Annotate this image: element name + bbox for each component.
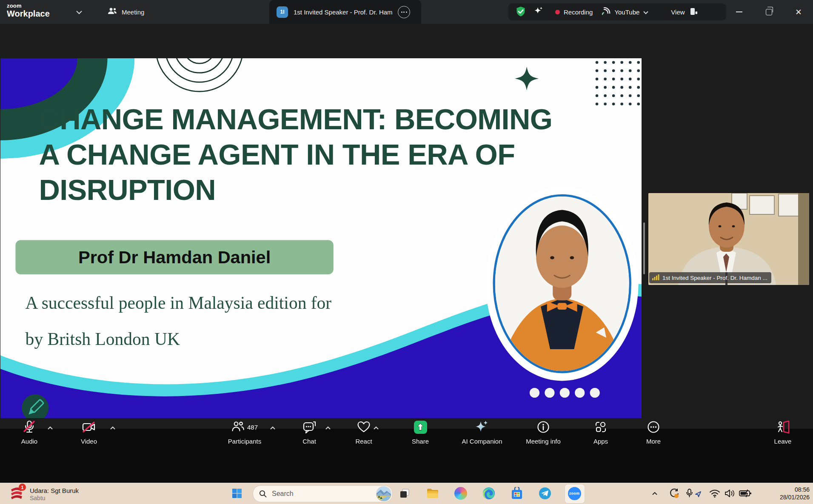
subtitle-line2: by Britsh London UK — [26, 321, 332, 357]
connection-bars-icon — [652, 274, 659, 282]
logo-workplace: Workplace — [7, 9, 50, 18]
slide-title: CHANGE MANAGEMENT: BECOMING A CHANGE AGE… — [39, 102, 552, 208]
microsoft-store-button[interactable] — [510, 486, 524, 501]
recording-label: Recording — [564, 9, 593, 16]
react-label: React — [355, 438, 372, 445]
zoom-app-button[interactable]: zoom — [567, 486, 582, 501]
microphone-muted-icon — [23, 420, 36, 434]
leave-label: Leave — [774, 438, 792, 445]
search-icon — [259, 490, 267, 498]
minimize-button[interactable] — [727, 0, 751, 24]
file-explorer-button[interactable] — [425, 486, 440, 501]
people-icon — [107, 7, 117, 17]
youtube-stream-label[interactable]: YouTube — [614, 9, 639, 16]
youtube-chevron-down-icon[interactable] — [643, 9, 649, 16]
react-options-chevron-icon[interactable] — [372, 424, 380, 431]
slide-title-line1: CHANGE MANAGEMENT: BECOMING — [39, 102, 552, 137]
notification-app-icon: 1 — [9, 485, 25, 503]
audio-button[interactable]: Audio — [4, 420, 55, 445]
participants-label: Participants — [228, 438, 261, 445]
taskbar-clock[interactable]: 08:56 28/01/2026 — [780, 486, 810, 501]
meeting-info-button[interactable]: Meeting info — [513, 420, 573, 445]
view-layout-icon[interactable] — [689, 7, 698, 17]
apps-button[interactable]: Apps — [575, 420, 626, 445]
notification-subtitle: Sabtu — [30, 495, 79, 501]
share-label: Share — [412, 438, 429, 445]
meeting-toolbar: Audio Video 487 Participants Chat — [0, 414, 813, 459]
audio-options-chevron-icon[interactable] — [46, 424, 54, 431]
participants-options-chevron-icon[interactable] — [268, 424, 277, 431]
tray-volume-icon[interactable] — [722, 486, 737, 501]
tray-mic-location-icon[interactable] — [684, 486, 703, 501]
tab-more-icon[interactable] — [398, 6, 410, 18]
share-button[interactable]: Share — [395, 420, 446, 445]
slide-subtitle: A successful people in Malaysia edition … — [26, 285, 332, 357]
notification-badge: 1 — [19, 484, 26, 491]
restore-button[interactable] — [756, 0, 781, 24]
tray-wifi-icon[interactable] — [707, 486, 722, 501]
speaker-name-badge: Prof Dr Hamdan Daniel — [15, 240, 333, 274]
workspace-chevron-down-icon[interactable] — [76, 9, 83, 16]
participants-button[interactable]: 487 Participants — [213, 420, 277, 445]
taskbar-search[interactable] — [253, 485, 393, 502]
heart-icon — [357, 420, 371, 434]
react-button[interactable]: React — [338, 420, 389, 445]
more-ellipsis-icon — [647, 420, 660, 434]
taskbar-notification[interactable]: 1 Udara: Sgt Buruk Sabtu — [9, 485, 79, 503]
meeting-tab-label: Meeting — [122, 9, 144, 16]
tab-badge: 1I — [277, 6, 288, 18]
video-tile-nameplate: 1st Invited Speaker - Prof. Dr. Hamdan .… — [649, 272, 771, 283]
tab-meeting[interactable]: Meeting — [107, 0, 144, 24]
search-input[interactable] — [271, 490, 362, 498]
windows-taskbar: 1 Udara: Sgt Buruk Sabtu zoom — [0, 483, 813, 504]
telegram-button[interactable] — [538, 486, 552, 501]
ai-companion-button[interactable]: AI Companion — [452, 420, 512, 445]
meeting-status-pill: Recording YouTube View — [508, 3, 726, 20]
notification-title: Udara: Sgt Buruk — [30, 487, 79, 494]
security-shield-icon[interactable] — [515, 6, 526, 18]
video-button[interactable]: Video — [63, 420, 114, 445]
speaker-video-tile[interactable]: 1st Invited Speaker - Prof. Dr. Hamdan .… — [648, 193, 809, 285]
zoom-workplace-logo: zoom Workplace — [7, 3, 50, 18]
tab-active-speaker[interactable]: 1I 1st Invited Speaker - Prof. Dr. Ham — [269, 0, 421, 24]
titlebar: zoom Workplace Meeting 1I 1st Invited Sp… — [0, 0, 813, 24]
chat-label: Chat — [302, 438, 316, 445]
info-icon — [537, 420, 550, 434]
start-button[interactable] — [230, 486, 244, 501]
tray-chevron-up-icon[interactable] — [648, 486, 662, 501]
copilot-button[interactable] — [454, 486, 468, 501]
subtitle-line1: A successful people in Malaysia edition … — [26, 285, 332, 321]
shared-screen-slide: CHANGE MANAGEMENT: BECOMING A CHANGE AGE… — [0, 58, 642, 418]
participants-icon — [231, 421, 244, 433]
audio-label: Audio — [21, 438, 37, 445]
apps-label: Apps — [593, 438, 608, 445]
ai-companion-icon — [475, 420, 489, 434]
leave-button[interactable]: Leave — [757, 420, 808, 445]
apps-icon — [594, 420, 607, 434]
tray-battery-icon[interactable] — [738, 486, 753, 501]
share-screen-icon — [414, 421, 427, 434]
more-label: More — [646, 438, 661, 445]
chat-button[interactable]: Chat — [284, 420, 335, 445]
clock-date: 28/01/2026 — [780, 493, 810, 501]
video-tile-name: 1st Invited Speaker - Prof. Dr. Hamdan .… — [662, 275, 767, 281]
view-label[interactable]: View — [671, 9, 685, 16]
chat-icon — [302, 420, 316, 434]
task-view-button[interactable] — [397, 486, 412, 501]
recording-dot-icon — [555, 10, 560, 14]
ai-companion-label: AI Companion — [462, 438, 502, 445]
video-label: Video — [81, 438, 97, 445]
camera-muted-icon — [82, 420, 96, 434]
ai-sparkle-icon[interactable] — [533, 6, 544, 18]
video-options-chevron-icon[interactable] — [108, 424, 117, 431]
edge-button[interactable] — [482, 486, 496, 501]
tray-sync-icon[interactable] — [667, 486, 682, 501]
chat-options-chevron-icon[interactable] — [324, 424, 332, 431]
close-button[interactable]: ✕ — [786, 0, 811, 24]
logo-zoom: zoom — [7, 3, 50, 9]
tab-title: 1st Invited Speaker - Prof. Dr. Ham — [294, 9, 398, 16]
more-button[interactable]: More — [628, 420, 679, 445]
live-stream-icon — [601, 7, 610, 17]
video-strip-scrollbar[interactable] — [643, 222, 645, 274]
search-daily-image[interactable] — [376, 486, 391, 501]
